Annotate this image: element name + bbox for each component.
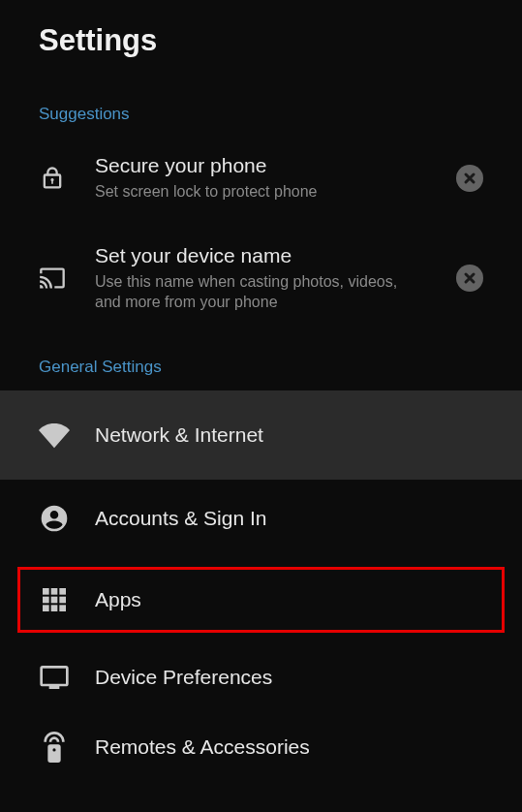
suggestion-title: Set your device name — [95, 243, 448, 268]
settings-item-title: Accounts & Sign In — [95, 506, 476, 531]
settings-item-apps[interactable]: Apps — [17, 567, 505, 633]
svg-rect-4 — [51, 597, 58, 604]
suggestion-sub: Use this name when casting photos, video… — [95, 272, 415, 313]
apps-icon — [39, 584, 95, 615]
close-icon[interactable] — [456, 165, 483, 192]
remote-icon — [39, 732, 95, 763]
section-label-general: General Settings — [0, 328, 522, 390]
suggestion-title: Secure your phone — [95, 153, 448, 178]
settings-item-text: Device Preferences — [95, 665, 483, 690]
section-label-suggestions: Suggestions — [0, 76, 522, 138]
settings-item-text: Remotes & Accessories — [95, 734, 483, 760]
settings-item-title: Remotes & Accessories — [95, 734, 476, 760]
settings-item-device-prefs[interactable]: Device Preferences — [0, 642, 522, 712]
suggestion-text: Secure your phone Set screen lock to pro… — [95, 153, 456, 203]
svg-rect-0 — [43, 588, 49, 595]
settings-item-title: Network & Internet — [95, 422, 476, 448]
tv-icon — [39, 662, 95, 693]
settings-item-text: Network & Internet — [95, 422, 483, 448]
suggestion-sub: Set screen lock to protect phone — [95, 182, 415, 203]
settings-item-title: Apps — [95, 587, 476, 612]
close-icon[interactable] — [456, 265, 483, 292]
cast-icon — [39, 265, 95, 292]
svg-rect-5 — [59, 597, 66, 604]
settings-item-text: Accounts & Sign In — [95, 506, 483, 531]
settings-item-network[interactable]: Network & Internet — [0, 390, 522, 480]
settings-item-remotes[interactable]: Remotes & Accessories — [0, 712, 522, 782]
svg-rect-2 — [59, 588, 66, 595]
svg-rect-1 — [51, 588, 58, 595]
suggestion-device-name[interactable]: Set your device name Use this name when … — [0, 228, 522, 328]
svg-rect-6 — [43, 605, 49, 611]
svg-rect-8 — [59, 605, 66, 611]
account-icon — [39, 503, 95, 534]
suggestion-text: Set your device name Use this name when … — [95, 243, 456, 313]
wifi-icon — [39, 420, 95, 451]
lock-icon — [39, 165, 95, 192]
header: Settings — [0, 0, 522, 76]
settings-item-accounts[interactable]: Accounts & Sign In — [0, 480, 522, 557]
suggestion-secure-phone[interactable]: Secure your phone Set screen lock to pro… — [0, 138, 522, 218]
page-title: Settings — [39, 23, 483, 58]
settings-item-title: Device Preferences — [95, 665, 476, 690]
settings-item-text: Apps — [95, 587, 483, 612]
svg-rect-7 — [51, 605, 58, 611]
svg-rect-3 — [43, 597, 49, 604]
